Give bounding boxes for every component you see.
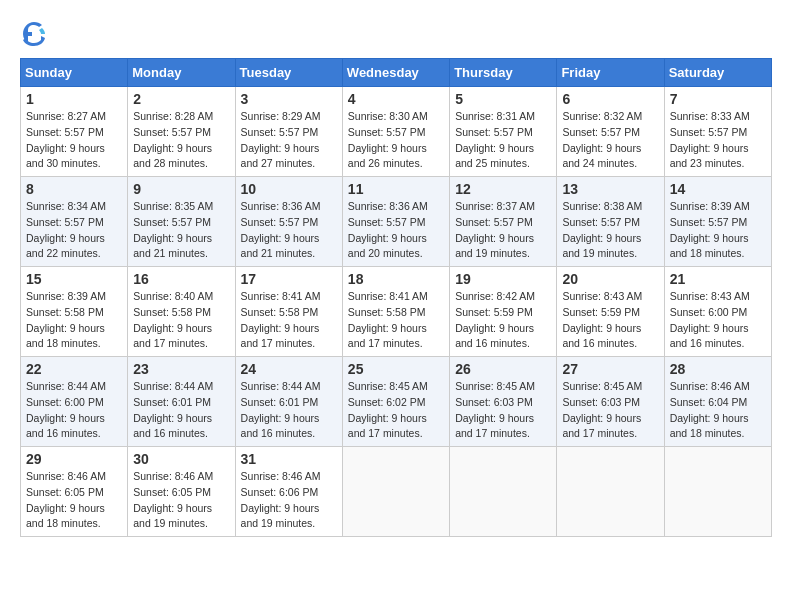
calendar-cell: 1Sunrise: 8:27 AMSunset: 5:57 PMDaylight… [21,87,128,177]
weekday-header-thursday: Thursday [450,59,557,87]
calendar-week-row: 8Sunrise: 8:34 AMSunset: 5:57 PMDaylight… [21,177,772,267]
day-number: 7 [670,91,766,107]
day-info: Sunrise: 8:33 AMSunset: 5:57 PMDaylight:… [670,110,750,169]
day-info: Sunrise: 8:44 AMSunset: 6:01 PMDaylight:… [133,380,213,439]
calendar-cell: 8Sunrise: 8:34 AMSunset: 5:57 PMDaylight… [21,177,128,267]
day-info: Sunrise: 8:44 AMSunset: 6:00 PMDaylight:… [26,380,106,439]
day-number: 27 [562,361,658,377]
calendar-cell: 11Sunrise: 8:36 AMSunset: 5:57 PMDayligh… [342,177,449,267]
day-info: Sunrise: 8:41 AMSunset: 5:58 PMDaylight:… [241,290,321,349]
day-info: Sunrise: 8:46 AMSunset: 6:04 PMDaylight:… [670,380,750,439]
calendar-cell [342,447,449,537]
calendar-cell: 15Sunrise: 8:39 AMSunset: 5:58 PMDayligh… [21,267,128,357]
day-number: 25 [348,361,444,377]
weekday-header-wednesday: Wednesday [342,59,449,87]
day-number: 21 [670,271,766,287]
calendar-cell: 21Sunrise: 8:43 AMSunset: 6:00 PMDayligh… [664,267,771,357]
day-number: 2 [133,91,229,107]
day-info: Sunrise: 8:43 AMSunset: 5:59 PMDaylight:… [562,290,642,349]
calendar-cell: 14Sunrise: 8:39 AMSunset: 5:57 PMDayligh… [664,177,771,267]
day-number: 15 [26,271,122,287]
day-info: Sunrise: 8:29 AMSunset: 5:57 PMDaylight:… [241,110,321,169]
day-info: Sunrise: 8:42 AMSunset: 5:59 PMDaylight:… [455,290,535,349]
day-info: Sunrise: 8:44 AMSunset: 6:01 PMDaylight:… [241,380,321,439]
day-info: Sunrise: 8:39 AMSunset: 5:57 PMDaylight:… [670,200,750,259]
day-number: 6 [562,91,658,107]
weekday-header-friday: Friday [557,59,664,87]
day-number: 18 [348,271,444,287]
calendar-cell: 18Sunrise: 8:41 AMSunset: 5:58 PMDayligh… [342,267,449,357]
calendar-week-row: 15Sunrise: 8:39 AMSunset: 5:58 PMDayligh… [21,267,772,357]
day-number: 10 [241,181,337,197]
header [20,20,772,48]
day-number: 4 [348,91,444,107]
weekday-header-sunday: Sunday [21,59,128,87]
calendar-cell: 28Sunrise: 8:46 AMSunset: 6:04 PMDayligh… [664,357,771,447]
day-info: Sunrise: 8:43 AMSunset: 6:00 PMDaylight:… [670,290,750,349]
calendar-cell: 4Sunrise: 8:30 AMSunset: 5:57 PMDaylight… [342,87,449,177]
day-number: 12 [455,181,551,197]
calendar-cell [557,447,664,537]
weekday-header-saturday: Saturday [664,59,771,87]
day-number: 8 [26,181,122,197]
day-number: 14 [670,181,766,197]
calendar-cell: 7Sunrise: 8:33 AMSunset: 5:57 PMDaylight… [664,87,771,177]
weekday-header-monday: Monday [128,59,235,87]
day-info: Sunrise: 8:46 AMSunset: 6:06 PMDaylight:… [241,470,321,529]
day-number: 16 [133,271,229,287]
calendar-cell: 3Sunrise: 8:29 AMSunset: 5:57 PMDaylight… [235,87,342,177]
calendar-cell [664,447,771,537]
calendar-week-row: 29Sunrise: 8:46 AMSunset: 6:05 PMDayligh… [21,447,772,537]
day-number: 20 [562,271,658,287]
calendar-cell: 13Sunrise: 8:38 AMSunset: 5:57 PMDayligh… [557,177,664,267]
calendar-cell: 5Sunrise: 8:31 AMSunset: 5:57 PMDaylight… [450,87,557,177]
day-info: Sunrise: 8:39 AMSunset: 5:58 PMDaylight:… [26,290,106,349]
day-number: 24 [241,361,337,377]
day-info: Sunrise: 8:45 AMSunset: 6:03 PMDaylight:… [455,380,535,439]
day-number: 30 [133,451,229,467]
day-number: 22 [26,361,122,377]
day-info: Sunrise: 8:46 AMSunset: 6:05 PMDaylight:… [26,470,106,529]
calendar-cell: 19Sunrise: 8:42 AMSunset: 5:59 PMDayligh… [450,267,557,357]
logo [20,20,52,48]
day-info: Sunrise: 8:27 AMSunset: 5:57 PMDaylight:… [26,110,106,169]
calendar-cell: 16Sunrise: 8:40 AMSunset: 5:58 PMDayligh… [128,267,235,357]
day-number: 31 [241,451,337,467]
calendar-cell: 29Sunrise: 8:46 AMSunset: 6:05 PMDayligh… [21,447,128,537]
calendar-cell: 26Sunrise: 8:45 AMSunset: 6:03 PMDayligh… [450,357,557,447]
day-number: 9 [133,181,229,197]
day-number: 19 [455,271,551,287]
day-info: Sunrise: 8:28 AMSunset: 5:57 PMDaylight:… [133,110,213,169]
calendar-cell: 22Sunrise: 8:44 AMSunset: 6:00 PMDayligh… [21,357,128,447]
day-info: Sunrise: 8:45 AMSunset: 6:02 PMDaylight:… [348,380,428,439]
calendar-cell: 2Sunrise: 8:28 AMSunset: 5:57 PMDaylight… [128,87,235,177]
day-info: Sunrise: 8:38 AMSunset: 5:57 PMDaylight:… [562,200,642,259]
calendar: SundayMondayTuesdayWednesdayThursdayFrid… [20,58,772,537]
day-info: Sunrise: 8:36 AMSunset: 5:57 PMDaylight:… [241,200,321,259]
day-info: Sunrise: 8:31 AMSunset: 5:57 PMDaylight:… [455,110,535,169]
day-number: 1 [26,91,122,107]
day-info: Sunrise: 8:32 AMSunset: 5:57 PMDaylight:… [562,110,642,169]
day-number: 17 [241,271,337,287]
logo-icon [20,20,48,48]
calendar-cell [450,447,557,537]
weekday-header-tuesday: Tuesday [235,59,342,87]
weekday-header-row: SundayMondayTuesdayWednesdayThursdayFrid… [21,59,772,87]
day-info: Sunrise: 8:46 AMSunset: 6:05 PMDaylight:… [133,470,213,529]
calendar-week-row: 22Sunrise: 8:44 AMSunset: 6:00 PMDayligh… [21,357,772,447]
calendar-cell: 10Sunrise: 8:36 AMSunset: 5:57 PMDayligh… [235,177,342,267]
calendar-cell: 17Sunrise: 8:41 AMSunset: 5:58 PMDayligh… [235,267,342,357]
calendar-week-row: 1Sunrise: 8:27 AMSunset: 5:57 PMDaylight… [21,87,772,177]
calendar-cell: 31Sunrise: 8:46 AMSunset: 6:06 PMDayligh… [235,447,342,537]
day-number: 29 [26,451,122,467]
day-number: 11 [348,181,444,197]
day-number: 3 [241,91,337,107]
calendar-cell: 24Sunrise: 8:44 AMSunset: 6:01 PMDayligh… [235,357,342,447]
calendar-cell: 20Sunrise: 8:43 AMSunset: 5:59 PMDayligh… [557,267,664,357]
calendar-cell: 6Sunrise: 8:32 AMSunset: 5:57 PMDaylight… [557,87,664,177]
day-number: 23 [133,361,229,377]
day-number: 26 [455,361,551,377]
day-info: Sunrise: 8:36 AMSunset: 5:57 PMDaylight:… [348,200,428,259]
calendar-cell: 25Sunrise: 8:45 AMSunset: 6:02 PMDayligh… [342,357,449,447]
day-info: Sunrise: 8:41 AMSunset: 5:58 PMDaylight:… [348,290,428,349]
